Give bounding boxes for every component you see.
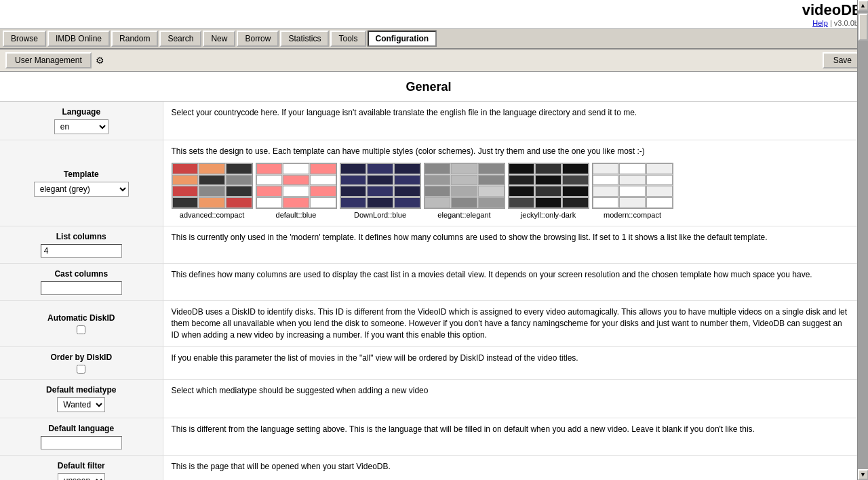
- list-columns-input[interactable]: [41, 244, 122, 258]
- thumb-modern-compact-img: [592, 163, 673, 209]
- auto-diskid-description: VideoDB uses a DiskID to identify disks.…: [163, 301, 857, 346]
- scroll-track[interactable]: [858, 11, 868, 469]
- nav-statistics[interactable]: Statistics: [280, 31, 329, 47]
- thumb-default-blue-img: [256, 163, 337, 209]
- scroll-thumb[interactable]: [859, 14, 868, 41]
- nav-search[interactable]: Search: [159, 31, 201, 47]
- scroll-up-arrow[interactable]: ▲: [858, 0, 869, 11]
- language-row: Language en de fr Select your countrycod…: [0, 102, 857, 140]
- default-language-label-cell: Default language: [0, 418, 163, 455]
- list-columns-label: List columns: [8, 232, 155, 241]
- order-diskid-checkbox[interactable]: [77, 365, 85, 374]
- language-label-cell: Language en de fr: [0, 102, 163, 140]
- thumb-elegant-elegant-img: [424, 163, 505, 209]
- cast-columns-label: Cast columns: [8, 269, 155, 279]
- auto-diskid-label: Automatic DiskID: [8, 313, 155, 323]
- cast-columns-label-cell: Cast columns: [0, 264, 163, 301]
- nav-random[interactable]: Random: [111, 31, 158, 47]
- thumb-advanced-compact[interactable]: advanced::compact: [172, 163, 253, 220]
- template-label: Template: [8, 169, 155, 179]
- loader-icon: ⚙: [96, 55, 104, 66]
- user-management-button[interactable]: User Management: [5, 52, 92, 68]
- thumb-advanced-compact-label: advanced::compact: [172, 210, 253, 220]
- nav-borrow[interactable]: Borrow: [237, 31, 279, 47]
- thumb-jeckyll-dark-label: jeckyll::only-dark: [508, 210, 589, 220]
- template-label-cell: Template elegant (grey) advanced (compac…: [0, 140, 163, 226]
- nav-configuration[interactable]: Configuration: [368, 31, 437, 47]
- thumb-jeckyll-dark-img: [508, 163, 589, 209]
- nav-tools[interactable]: Tools: [330, 31, 366, 47]
- order-diskid-description: If you enable this parameter the list of…: [163, 346, 857, 379]
- list-columns-row: List columns This is currently only used…: [0, 226, 857, 264]
- nav-browse[interactable]: Browse: [3, 31, 46, 47]
- config-table: Language en de fr Select your countrycod…: [0, 102, 857, 480]
- template-description: This sets the design to use. Each templa…: [172, 146, 850, 157]
- default-filter-label: Default filter: [8, 461, 155, 471]
- default-language-description: This is different from the language sett…: [163, 418, 857, 455]
- list-columns-description: This is currently only used in the 'mode…: [163, 226, 857, 264]
- list-columns-label-cell: List columns: [0, 226, 163, 264]
- cast-columns-input[interactable]: [41, 281, 122, 295]
- auto-diskid-row: Automatic DiskID VideoDB uses a DiskID t…: [0, 301, 857, 346]
- default-mediatype-label-cell: Default mediatype Wanted DVD BluRay VHS …: [0, 379, 163, 418]
- default-filter-label-cell: Default filter unseen all seen: [0, 455, 163, 480]
- app-version: Help | v3.0.0b2: [812, 19, 863, 27]
- thumb-elegant-elegant-label: elegant::elegant: [424, 210, 505, 220]
- order-diskid-label: Order by DiskID: [8, 353, 155, 362]
- language-description: Select your countrycode here. If your la…: [163, 102, 857, 140]
- default-mediatype-select[interactable]: Wanted DVD BluRay VHS other: [57, 397, 105, 412]
- page-title: General: [0, 72, 857, 102]
- thumb-downlord-blue-label: DownLord::blue: [340, 210, 421, 220]
- default-filter-select[interactable]: unseen all seen: [58, 473, 105, 480]
- thumb-downlord-blue-img: [340, 163, 421, 209]
- cast-columns-description: This defines how many columns are used t…: [163, 264, 857, 301]
- thumb-elegant-elegant[interactable]: elegant::elegant: [424, 163, 505, 220]
- default-filter-description: This is the page that will be opened whe…: [163, 455, 857, 480]
- app-title: videoDB: [802, 1, 863, 19]
- default-filter-row: Default filter unseen all seen This is t…: [0, 455, 857, 480]
- thumb-downlord-blue[interactable]: DownLord::blue: [340, 163, 421, 220]
- auto-diskid-checkbox[interactable]: [77, 325, 85, 334]
- main-content: General Language en de fr Select your co…: [0, 72, 868, 480]
- template-select[interactable]: elegant (grey) advanced (compact) defaul…: [34, 182, 129, 197]
- order-diskid-label-cell: Order by DiskID: [0, 346, 163, 379]
- thumb-jeckyll-dark[interactable]: jeckyll::only-dark: [508, 163, 589, 220]
- default-mediatype-description: Select which mediatype should be suggest…: [163, 379, 857, 418]
- default-language-input[interactable]: [41, 436, 122, 449]
- cast-columns-row: Cast columns This defines how many colum…: [0, 264, 857, 301]
- template-row: Template elegant (grey) advanced (compac…: [0, 140, 857, 226]
- language-select[interactable]: en de fr: [54, 119, 108, 134]
- nav-imdb[interactable]: IMDB Online: [47, 31, 110, 47]
- language-label: Language: [8, 107, 155, 117]
- scrollbar[interactable]: ▲ ▼: [857, 0, 868, 480]
- thumb-modern-compact-label: modern::compact: [592, 210, 673, 220]
- help-link[interactable]: Help: [812, 19, 828, 27]
- default-language-label: Default language: [8, 424, 155, 433]
- thumb-modern-compact[interactable]: modern::compact: [592, 163, 673, 220]
- thumb-advanced-compact-img: [172, 163, 253, 209]
- default-language-row: Default language This is different from …: [0, 418, 857, 455]
- order-diskid-row: Order by DiskID If you enable this param…: [0, 346, 857, 379]
- auto-diskid-label-cell: Automatic DiskID: [0, 301, 163, 346]
- scroll-down-arrow[interactable]: ▼: [858, 469, 869, 480]
- thumb-default-blue-label: default::blue: [256, 210, 337, 220]
- template-thumbnails: advanced::compact default::blue: [172, 163, 850, 220]
- navbar: Browse IMDB Online Random Search New Bor…: [0, 29, 868, 49]
- template-description-cell: This sets the design to use. Each templa…: [163, 140, 857, 226]
- nav-new[interactable]: New: [203, 31, 235, 47]
- subtoolbar: User Management ⚙ Save: [0, 49, 868, 72]
- default-mediatype-row: Default mediatype Wanted DVD BluRay VHS …: [0, 379, 857, 418]
- thumb-default-blue[interactable]: default::blue: [256, 163, 337, 220]
- default-mediatype-label: Default mediatype: [8, 385, 155, 395]
- header: videoDB Help | v3.0.0b2: [0, 0, 868, 29]
